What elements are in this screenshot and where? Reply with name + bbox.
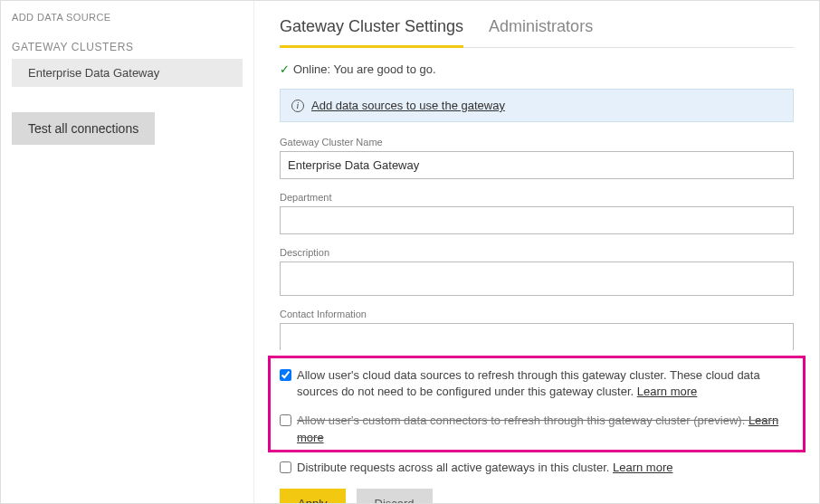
- distribute-learn-more-link[interactable]: Learn more: [613, 461, 672, 474]
- tab-gateway-cluster-settings[interactable]: Gateway Cluster Settings: [280, 12, 463, 48]
- tab-administrators[interactable]: Administrators: [489, 12, 593, 48]
- status-message: Online: You are good to go.: [293, 62, 436, 76]
- department-input[interactable]: [280, 206, 794, 234]
- contact-label: Contact Information: [280, 309, 794, 319]
- highlight-box: Allow user's cloud data sources to refre…: [268, 356, 806, 452]
- main-panel: Gateway Cluster Settings Administrators …: [254, 1, 819, 503]
- option-custom-connectors: Allow user's custom data connectors to r…: [280, 413, 794, 445]
- gateway-clusters-heading: GATEWAY CLUSTERS: [12, 41, 243, 53]
- tab-bar: Gateway Cluster Settings Administrators: [280, 12, 794, 48]
- contact-input[interactable]: [280, 323, 794, 350]
- gateway-cluster-item[interactable]: Enterprise Data Gateway: [12, 59, 243, 87]
- gateway-name-label: Gateway Cluster Name: [280, 137, 794, 147]
- apply-button[interactable]: Apply: [280, 489, 346, 503]
- sidebar: ADD DATA SOURCE GATEWAY CLUSTERS Enterpr…: [1, 1, 254, 503]
- info-banner: i Add data sources to use the gateway: [280, 89, 794, 122]
- distribute-checkbox[interactable]: [280, 461, 291, 473]
- department-label: Department: [280, 192, 794, 203]
- field-department: Department: [280, 192, 794, 234]
- add-data-sources-link[interactable]: Add data sources to use the gateway: [311, 99, 505, 112]
- test-all-connections-button[interactable]: Test all connections: [12, 112, 155, 145]
- cloud-refresh-label: Allow user's cloud data sources to refre…: [297, 367, 794, 400]
- app-window: ADD DATA SOURCE GATEWAY CLUSTERS Enterpr…: [0, 0, 820, 504]
- field-contact: Contact Information: [280, 309, 794, 350]
- info-icon: i: [291, 100, 304, 112]
- field-description: Description: [280, 247, 794, 296]
- discard-button[interactable]: Discard: [357, 489, 433, 503]
- option-distribute-requests: Distribute requests across all active ga…: [280, 460, 794, 476]
- custom-connectors-label: Allow user's custom data connectors to r…: [297, 413, 794, 445]
- cloud-refresh-checkbox[interactable]: [280, 369, 291, 381]
- checkmark-icon: ✓: [280, 62, 290, 76]
- action-bar: Apply Discard: [280, 489, 794, 503]
- status-text: ✓Online: You are good to go.: [280, 62, 794, 76]
- custom-connectors-checkbox[interactable]: [280, 414, 291, 426]
- distribute-label: Distribute requests across all active ga…: [297, 460, 672, 476]
- option-cloud-refresh: Allow user's cloud data sources to refre…: [280, 367, 794, 400]
- field-gateway-name: Gateway Cluster Name: [280, 137, 794, 179]
- description-label: Description: [280, 247, 794, 258]
- description-input[interactable]: [280, 262, 794, 296]
- add-data-source-link[interactable]: ADD DATA SOURCE: [12, 12, 243, 23]
- cloud-learn-more-link[interactable]: Learn more: [637, 385, 697, 398]
- gateway-name-input[interactable]: [280, 151, 794, 179]
